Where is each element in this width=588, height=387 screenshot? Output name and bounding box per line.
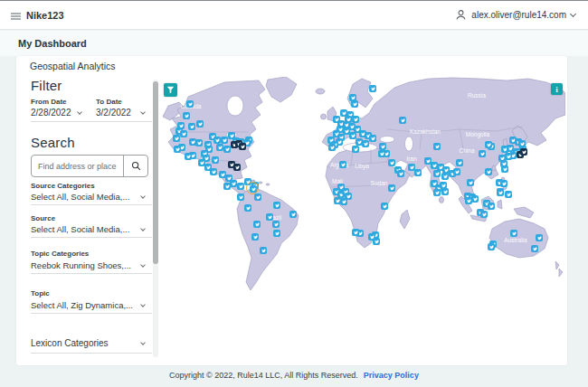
source-label: Source [31,214,55,222]
map-marker[interactable] [339,161,346,168]
map-marker[interactable] [397,170,404,177]
world-map[interactable]: CanadaRussiaKazakhstanMongoliaChinaIranL… [161,77,565,362]
map-marker[interactable] [399,117,406,124]
chevron-down-icon [140,302,146,307]
map-marker[interactable] [505,153,512,160]
map-marker[interactable] [253,221,261,228]
lexicon-categories-select[interactable]: Lexicon Categories [31,338,109,348]
search-input[interactable] [38,156,119,176]
privacy-policy-link[interactable]: Privacy Policy [364,371,419,380]
map-marker[interactable] [485,168,492,175]
map-marker[interactable] [369,135,376,142]
map-marker[interactable] [254,194,261,201]
map-marker[interactable] [368,233,375,241]
funnel-icon [166,86,175,94]
map-marker[interactable] [485,141,492,148]
map-marker[interactable] [273,230,280,237]
map-marker[interactable] [467,179,474,186]
map-marker[interactable] [480,211,488,218]
map-marker[interactable] [216,144,223,151]
map-marker[interactable] [352,116,359,123]
map-marker[interactable] [479,150,486,157]
hamburger-menu-icon[interactable] [11,13,21,20]
map-marker[interactable] [388,184,395,192]
map-marker[interactable] [388,159,395,166]
map-marker[interactable] [188,123,195,130]
map-marker[interactable] [266,213,273,221]
map-marker[interactable] [230,180,237,187]
map-marker[interactable] [520,148,527,156]
map-marker[interactable] [186,100,194,108]
map-marker[interactable] [223,183,231,190]
to-date-select[interactable]: 3/2/2022 [96,108,131,118]
map-marker[interactable] [183,112,190,119]
map-marker[interactable] [465,197,472,204]
map-marker[interactable] [488,243,495,250]
map-marker[interactable] [497,189,504,196]
source-select[interactable]: Select All, Social Media,... [31,224,129,234]
map-marker[interactable] [244,204,251,212]
search-button[interactable] [123,156,147,176]
map-marker[interactable] [328,144,336,151]
map-marker[interactable] [351,100,358,108]
map-marker[interactable] [239,143,246,150]
map-marker[interactable] [433,189,441,196]
map-marker[interactable] [272,221,280,228]
source-categories-select[interactable]: Select All, Social Media,... [31,192,129,202]
map-marker[interactable] [453,168,460,175]
map-marker[interactable] [414,169,422,176]
map-marker[interactable] [251,233,259,241]
to-date-label: To Date [96,98,122,106]
top-header: Nike123 alex.oliver@rule14.com [0,0,588,30]
user-menu[interactable]: alex.oliver@rule14.com [455,9,575,21]
map-marker[interactable] [441,173,449,180]
map-marker[interactable] [456,159,463,166]
panel-scrollbar[interactable] [153,80,158,357]
map-marker[interactable] [471,195,479,203]
map-marker[interactable] [289,211,297,218]
scrollbar-thumb[interactable] [153,81,158,264]
map-marker[interactable] [221,137,228,144]
map-marker[interactable] [185,153,192,160]
geospatial-analytics-card: Geospatial Analytics Filter From Date To… [16,56,567,365]
map-marker[interactable] [536,234,543,241]
map-marker[interactable] [174,146,181,153]
map-marker[interactable] [352,146,359,153]
chevron-down-icon [140,109,146,115]
map-marker[interactable] [505,191,512,198]
map-marker[interactable] [379,143,386,150]
map-marker[interactable] [362,140,369,147]
map-marker[interactable] [433,143,441,150]
map-marker[interactable] [213,137,221,144]
map-marker[interactable] [510,230,517,237]
map-marker[interactable] [488,203,495,210]
map-marker[interactable] [195,139,203,146]
map-marker[interactable] [210,168,217,175]
map-marker[interactable] [352,229,359,236]
map-info-button[interactable]: i [551,83,563,95]
map-marker[interactable] [173,135,180,142]
map-filter-button[interactable] [164,83,177,97]
topic-select[interactable]: Select All, Zig Dynamica,... [31,300,133,310]
map-marker[interactable] [237,194,244,201]
map-marker[interactable] [531,245,538,252]
map-marker[interactable] [441,188,449,195]
map-marker[interactable] [369,85,376,92]
map-marker[interactable] [260,247,267,254]
from-date-select[interactable]: 2/28/2022 [31,108,71,118]
topic-categories-select[interactable]: Reebok Running Shoes,... [31,260,131,270]
map-marker[interactable] [500,180,507,187]
map-marker[interactable] [378,150,385,157]
map-marker[interactable] [433,170,441,177]
map-marker[interactable] [196,120,204,127]
map-marker-highlighted[interactable] [250,185,257,193]
map-marker[interactable] [237,183,244,190]
map-marker[interactable] [212,156,219,164]
map-marker[interactable] [233,164,241,171]
map-marker[interactable] [273,202,280,209]
map-marker[interactable] [501,165,508,173]
map-marker[interactable] [381,203,388,210]
map-marker[interactable] [180,130,187,137]
map-marker[interactable] [345,193,352,200]
map-marker[interactable] [223,146,231,153]
